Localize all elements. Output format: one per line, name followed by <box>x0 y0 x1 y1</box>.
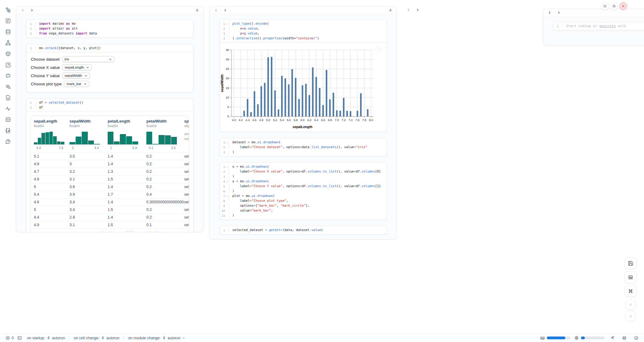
fold-caret[interactable]: ⌄ <box>225 164 229 169</box>
ai-assistant-button[interactable] <box>608 336 617 340</box>
sidebar-logs-button[interactable] <box>4 60 12 69</box>
page-value: 1 <box>127 232 129 232</box>
table-cell: 4.9 <box>34 223 70 227</box>
save-button[interactable] <box>624 258 637 269</box>
table-cell: 1.5 <box>108 223 146 227</box>
svg-text:15: 15 <box>226 86 229 90</box>
next-page-button[interactable] <box>147 231 152 232</box>
shutdown-button[interactable] <box>619 2 627 10</box>
code-editor[interactable]: 1df = selected_dataset()2df <box>27 99 193 112</box>
line-number: 4 <box>220 179 225 184</box>
chevrons-right-icon <box>155 232 158 233</box>
first-page-button[interactable] <box>100 231 105 232</box>
altair-chart[interactable]: 4.04.24.44.64.85.05.25.45.65.86.06.26.46… <box>220 45 386 131</box>
code-editor[interactable]: 1⌄x = mo.ui.dropdown(2 label="Choose X v… <box>220 163 386 219</box>
terminal-button[interactable] <box>16 336 24 340</box>
svg-text:8.0: 8.0 <box>369 118 373 122</box>
errors-indicator[interactable]: 0 <box>4 336 16 340</box>
column-move-right-button[interactable] <box>556 10 561 16</box>
connection-status-button[interactable] <box>632 336 640 340</box>
dataframe-output: sepalLengthfloat644.37.9sepalWidthfloat6… <box>27 112 193 232</box>
dataframe-table: sepalLengthfloat644.37.9sepalWidthfloat6… <box>30 116 189 232</box>
table-of-contents-icon <box>5 84 11 90</box>
code-editor[interactable]: 1⌄dataset = mo.ui.dropdown(2 label="Choo… <box>220 138 386 156</box>
control-row: Choose plot typemark_bar <box>31 81 189 87</box>
page-count: of 15 <box>137 232 145 232</box>
menu-button[interactable] <box>601 2 609 10</box>
chart-menu-button[interactable] <box>376 46 382 52</box>
download-button[interactable]: Download <box>164 232 186 232</box>
dots-menu-icon <box>377 47 381 51</box>
sidebar-dependency-graph-button[interactable] <box>4 38 12 47</box>
dropdown-3[interactable]: sepalWidth <box>62 73 90 79</box>
sidebar-snippets-button[interactable] <box>4 115 12 124</box>
code-editor[interactable]: 1mo.vstack([dataset, x, y, plot]) <box>27 44 193 52</box>
dropdown-1[interactable]: iris <box>62 56 114 62</box>
sidebar-documentation-button[interactable] <box>4 93 12 102</box>
column-header[interactable]: sepalLength <box>34 119 65 123</box>
command-palette-button[interactable] <box>624 285 637 297</box>
svg-text:7.0: 7.0 <box>335 118 339 122</box>
run-setting-3[interactable]: on module change:autorun <box>127 336 187 340</box>
layout-button[interactable] <box>624 272 637 283</box>
table-cell: 5.4 <box>34 192 70 197</box>
column-move-left-button[interactable] <box>20 8 25 13</box>
fold-caret <box>225 213 229 218</box>
code-line: 3from vega_datasets import data <box>27 31 193 36</box>
generate-link[interactable]: generate <box>599 24 616 28</box>
sidebar-ai-chat-button[interactable] <box>4 71 12 80</box>
prev-page-button[interactable] <box>107 231 112 232</box>
run-setting-2[interactable]: on cell change:autorun <box>73 336 121 340</box>
table-cell: 0.2 <box>146 215 184 219</box>
sidebar-functions-button[interactable] <box>4 16 12 25</box>
code-editor[interactable]: 1selected_dataset = getattr(data, datase… <box>220 226 386 234</box>
chevron-down-icon <box>109 58 112 61</box>
sidebar-table-of-contents-button[interactable] <box>4 82 12 91</box>
sidebar-help-button[interactable] <box>4 137 12 146</box>
column-header[interactable]: species <box>184 119 189 123</box>
settings-button[interactable] <box>610 2 618 10</box>
run-setting-1[interactable]: on startup:autorun <box>26 336 66 340</box>
column-header[interactable]: sepalWidth <box>70 119 103 123</box>
sidebar-tracing-button[interactable] <box>4 104 12 113</box>
sidebar-scratchpad-button[interactable] <box>4 126 12 135</box>
fold-caret <box>32 26 36 31</box>
sidebar-packages-button[interactable] <box>4 49 12 58</box>
code-line: 2 label="Choose dataset", options=data.l… <box>220 145 386 150</box>
column-move-right-button[interactable] <box>415 7 420 13</box>
fold-caret[interactable]: ⌄ <box>225 179 229 184</box>
code-line: 1⌄x = mo.ui.dropdown( <box>220 164 386 169</box>
sidebar-datasources-button[interactable] <box>4 27 12 36</box>
last-page-button[interactable] <box>154 231 159 232</box>
column-move-right-button[interactable] <box>222 8 228 13</box>
run-button[interactable] <box>625 311 636 322</box>
copilot-button[interactable] <box>620 336 628 340</box>
chevron-right-icon <box>30 8 34 12</box>
svg-text:6.8: 6.8 <box>328 118 332 122</box>
column-move-right-button[interactable] <box>29 8 34 13</box>
column-move-left-button[interactable] <box>406 7 411 13</box>
svg-text:20: 20 <box>226 77 229 80</box>
fold-caret[interactable]: ⌄ <box>225 21 229 26</box>
stop-button[interactable] <box>625 299 636 310</box>
column-header[interactable]: petalLength <box>108 119 142 123</box>
dropdown-2[interactable]: sepalLength <box>62 64 92 70</box>
table-cell: setosa <box>184 200 189 204</box>
column-move-left-button[interactable] <box>213 8 219 13</box>
column-header[interactable]: petalWidth <box>146 119 180 123</box>
code-editor[interactable]: 1⌄plot_type().encode(2 x=x.value,3 y=y.v… <box>220 20 386 42</box>
add-column-button[interactable] <box>194 8 200 13</box>
fold-caret[interactable]: ⌄ <box>225 140 229 145</box>
chevron-right-icon <box>416 8 420 12</box>
column-move-left-button[interactable] <box>547 10 552 16</box>
divider <box>69 336 70 340</box>
search-icon[interactable] <box>34 232 38 232</box>
code-editor[interactable]: 1import marimo as mo2import altair as al… <box>27 20 193 37</box>
fold-caret <box>32 21 36 26</box>
page-select[interactable]: 1 <box>125 231 134 233</box>
add-column-button[interactable] <box>388 8 393 13</box>
dropdown-4[interactable]: mark_bar <box>64 81 89 87</box>
sidebar-file-tree-button[interactable] <box>4 5 12 14</box>
scratchpad-editor[interactable]: Start coding or generate with <box>563 24 626 29</box>
fold-caret[interactable]: ⌄ <box>225 194 229 198</box>
